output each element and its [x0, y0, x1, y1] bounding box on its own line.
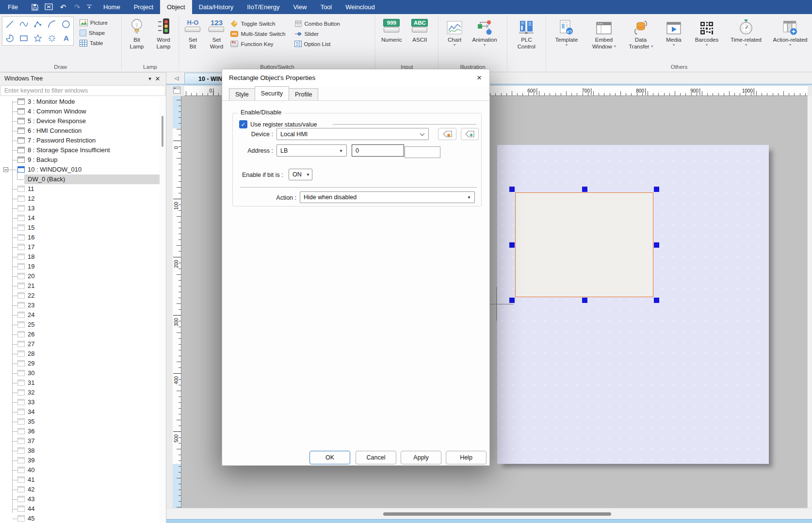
menu-tab-iiot-energy[interactable]: IIoT/Energy [240, 0, 286, 14]
tree-item[interactable]: 9 : Backup [0, 155, 160, 165]
address-type-combobox[interactable]: LB [276, 144, 347, 157]
circle-tool-icon[interactable] [61, 19, 71, 30]
tree-item[interactable]: 14 [0, 213, 160, 223]
plc-control-button[interactable]: PLC Control [512, 16, 540, 50]
text-tool-icon[interactable]: A [61, 33, 71, 44]
tree-item[interactable]: 3 : Monitor Mode [0, 97, 160, 107]
menu-tab-view[interactable]: View [286, 0, 313, 14]
tree-item[interactable]: 18 [0, 252, 160, 262]
help-button[interactable]: Help [446, 451, 487, 464]
tree-item[interactable]: DW_0 (Back) [0, 174, 160, 184]
tree-item[interactable]: 22 [0, 291, 160, 301]
rectangle-tool-icon[interactable] [18, 33, 29, 44]
tree-item[interactable]: 28 [0, 349, 160, 359]
table-button[interactable]: Table [78, 38, 110, 48]
resize-handle-middle-left[interactable] [509, 242, 515, 248]
set-word-button[interactable]: 123 Set Word [204, 16, 228, 50]
dialog-titlebar[interactable]: Rectangle Object's Properties [222, 69, 489, 86]
tree-item[interactable]: 13 [0, 204, 160, 213]
bit-lamp-button[interactable]: Bit Lamp [123, 16, 150, 50]
tree-item[interactable]: 11 [0, 184, 160, 194]
tab-security[interactable]: Security [255, 86, 289, 100]
tree-item[interactable]: 19 [0, 262, 160, 271]
cancel-button[interactable]: Cancel [356, 451, 396, 464]
option-list-button[interactable]: Option List [292, 39, 342, 49]
tree-item[interactable]: 7 : Password Restriction [0, 136, 160, 145]
template-button[interactable]: Template [551, 16, 582, 47]
file-menu[interactable]: File [0, 0, 26, 14]
media-caret-icon[interactable] [673, 43, 675, 47]
embed-window-button[interactable]: Embed Window [588, 16, 620, 50]
tree-item[interactable]: 27 [0, 339, 160, 349]
panel-close-icon[interactable]: ✕ [154, 75, 162, 82]
arc-tool-icon[interactable] [47, 19, 57, 30]
resize-handle-top-right[interactable] [654, 187, 659, 192]
save-icon[interactable] [31, 3, 39, 12]
tree-item[interactable]: 10 : WINDOW_010 [0, 165, 160, 174]
action-combobox[interactable]: Hide when disabled [300, 191, 475, 203]
tree-item[interactable]: 5 : Device Response [0, 116, 160, 126]
action-related-caret-icon[interactable] [789, 43, 791, 47]
undo-icon[interactable]: ↶ [59, 3, 67, 12]
tree-item[interactable]: 6 : HMI Connection [0, 126, 160, 136]
hmi-window[interactable] [497, 145, 769, 464]
use-register-checkbox[interactable] [239, 120, 247, 128]
chart-caret-icon[interactable] [454, 43, 455, 47]
canvas-horizontal-scrollbar[interactable] [166, 508, 812, 519]
tree-item[interactable]: 42 [0, 485, 160, 494]
template-caret-icon[interactable] [566, 43, 568, 47]
tree-scrollbar-thumb[interactable] [162, 116, 163, 147]
tree-item[interactable]: 26 [0, 330, 160, 339]
tree-item[interactable]: 36 [0, 427, 160, 436]
tree-item[interactable]: 32 [0, 388, 160, 397]
toggle-switch-button[interactable]: Toggle Switch [228, 18, 287, 29]
menu-tab-weincloud[interactable]: Weincloud [339, 0, 381, 14]
barcodes-caret-icon[interactable] [706, 43, 708, 47]
media-button[interactable]: Media [662, 16, 686, 47]
tree-item[interactable]: 37 [0, 436, 160, 446]
freehand-tool-icon[interactable] [18, 19, 29, 30]
picture-button[interactable]: Picture [78, 17, 110, 28]
combo-button-button[interactable]: Combo Button [292, 18, 342, 29]
tree-item[interactable]: 23 [0, 301, 160, 310]
device-tag-settings-button[interactable] [438, 128, 456, 140]
panel-dropdown-icon[interactable]: ▾ [146, 76, 154, 82]
apply-button[interactable]: Apply [401, 451, 441, 464]
numeric-button[interactable]: 999 Numeric [377, 16, 406, 43]
tree-item[interactable]: 35 [0, 417, 160, 427]
multi-state-switch-button[interactable]: Multi-State Switch [228, 29, 287, 39]
tree-item[interactable]: 21 [0, 281, 160, 291]
quick-access-caret-icon[interactable] [87, 5, 92, 10]
tree-item[interactable]: 25 [0, 320, 160, 330]
resize-handle-bottom-middle[interactable] [582, 298, 587, 303]
ascii-button[interactable]: ABC ASCII [406, 16, 434, 43]
tree-filter-input[interactable] [1, 86, 165, 95]
tree-item[interactable]: 29 [0, 359, 160, 368]
action-related-button[interactable]: Action-related [770, 16, 810, 47]
tree-expander-icon[interactable] [3, 167, 8, 172]
tree-item[interactable]: 31 [0, 378, 160, 388]
tab-scroll-left-icon[interactable] [173, 74, 180, 82]
tree-item[interactable]: 12 [0, 194, 160, 204]
canvas-hscroll-thumb[interactable] [383, 512, 611, 516]
polyline-tool-icon[interactable] [32, 19, 43, 30]
device-combobox[interactable]: Local HMI [276, 128, 429, 140]
canvas-vertical-scrollbar[interactable] [808, 96, 812, 508]
menu-tab-tool[interactable]: Tool [313, 0, 339, 14]
tree-item[interactable]: 24 [0, 310, 160, 320]
shape-button[interactable]: Shape [78, 28, 110, 38]
barcodes-button[interactable]: Barcodes [692, 16, 722, 47]
tree-item[interactable]: 15 [0, 223, 160, 233]
tree-item[interactable]: 4 : Common Window [0, 107, 160, 116]
resize-handle-top-middle[interactable] [582, 187, 587, 192]
tree-item[interactable]: 44 [0, 504, 160, 514]
tree-item[interactable]: 33 [0, 397, 160, 407]
redo-icon[interactable]: ↷ [73, 3, 81, 12]
menu-tab-data-history[interactable]: Data/History [192, 0, 241, 14]
data-transfer-button[interactable]: Data Transfer [626, 16, 656, 50]
tree-item[interactable]: 30 [0, 368, 160, 378]
tree-item[interactable]: 40 [0, 465, 160, 475]
resize-handle-middle-right[interactable] [654, 242, 659, 248]
menu-tab-project[interactable]: Project [127, 0, 160, 14]
enable-bit-combobox[interactable]: ON [289, 169, 312, 180]
